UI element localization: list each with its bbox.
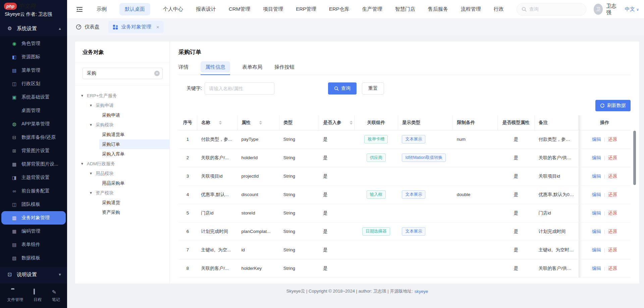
nav-item-1[interactable]: 默认桌面: [119, 3, 150, 15]
nav-item-7[interactable]: ERP仓库: [329, 6, 350, 12]
menu-collapse-icon[interactable]: [76, 6, 83, 13]
sort-icon[interactable]: [259, 121, 262, 125]
sidebar-item-background-image[interactable]: ⊞背景图片设置: [0, 144, 67, 158]
tree-node[interactable]: 用品采购单: [75, 178, 169, 188]
database-icon: ⊟: [11, 135, 17, 140]
restore-link[interactable]: 还原: [608, 174, 617, 179]
edit-link[interactable]: 编辑: [592, 229, 601, 234]
sidebar-item-form-component[interactable]: ▤表单组件: [0, 238, 67, 251]
sort-icon[interactable]: [350, 121, 353, 125]
restore-link[interactable]: 还原: [608, 266, 617, 271]
opensource-link[interactable]: skyeye: [415, 289, 428, 294]
tree-node-label: ERP+生产服务: [87, 93, 117, 99]
nav-item-4[interactable]: CRM管理: [229, 6, 250, 12]
tree-node[interactable]: ▼资产模块: [75, 188, 169, 198]
detail-tab-2[interactable]: 表单布局: [242, 64, 262, 75]
sidebar-item-front-service[interactable]: ∞前台服务配置: [0, 184, 67, 198]
sort-icon[interactable]: [219, 121, 222, 125]
tree-node[interactable]: 采购退货单: [75, 130, 169, 139]
tree-search-input[interactable]: [83, 68, 163, 79]
edit-link[interactable]: 编辑: [592, 192, 601, 197]
clear-icon[interactable]: ✕: [154, 71, 160, 76]
sidebar-item-region[interactable]: ◫行政区划: [0, 77, 67, 90]
search-button[interactable]: 查询: [328, 82, 357, 95]
sidebar-item-menu-manage[interactable]: ▤菜单管理: [0, 64, 67, 77]
tree-node[interactable]: 采购订单: [99, 139, 169, 149]
theme-background-icon: ◨: [11, 175, 17, 180]
edit-link[interactable]: 编辑: [592, 155, 601, 160]
column-header-1[interactable]: 名称: [197, 115, 237, 130]
nav-item-2[interactable]: 个人中心: [163, 6, 183, 12]
tab-business-object-management[interactable]: 业务对象管理 ×: [108, 21, 164, 33]
sidebar-footer-folder[interactable]: 文件管理: [7, 289, 23, 303]
tree-node[interactable]: ▼ADM行政服务: [75, 159, 169, 169]
tree-node[interactable]: 资产采购: [75, 207, 169, 217]
refresh-data-button[interactable]: 刷新数据: [595, 100, 631, 111]
detail-tab-0[interactable]: 详情: [178, 64, 189, 75]
column-header-4[interactable]: 是否入参: [319, 115, 354, 130]
nav-item-9[interactable]: 智慧门店: [395, 6, 415, 12]
restore-link[interactable]: 还原: [608, 210, 617, 215]
tree-node[interactable]: ▼采购申请: [75, 101, 169, 110]
tree-node[interactable]: ▼采购模块: [75, 120, 169, 130]
sidebar-footer-note[interactable]: ✎笔记: [52, 289, 60, 303]
sidebar-item-role[interactable]: ◉角色管理: [0, 37, 67, 50]
detail-tab-1[interactable]: 属性信息: [201, 64, 230, 75]
sidebar-group-monitor[interactable]: ⊡说明设置▼: [0, 267, 67, 282]
restore-link[interactable]: 还原: [608, 247, 617, 252]
detail-tab-3[interactable]: 操作按钮: [274, 64, 294, 75]
restore-link[interactable]: 还原: [608, 155, 617, 160]
sidebar-group-system-settings[interactable]: ⚙ 系统设置 ▲: [0, 21, 67, 36]
keyword-input[interactable]: [205, 82, 274, 95]
sidebar-item-resource[interactable]: ◧资源图标: [0, 50, 67, 64]
sidebar-item-app-menu[interactable]: ◍APP菜单管理: [0, 117, 67, 131]
cell-constraint: num: [453, 130, 497, 148]
tree-node[interactable]: ▼ERP+生产服务: [75, 91, 169, 101]
nav-item-12[interactable]: 行政: [494, 6, 504, 12]
user-name[interactable]: 卫志强: [606, 3, 619, 16]
nav-item-3[interactable]: 报表设计: [196, 6, 216, 12]
sidebar-item-system-base[interactable]: ▣系统基础设置: [0, 90, 67, 104]
nav-item-0[interactable]: 示例: [97, 6, 107, 12]
global-search-input[interactable]: 查询: [517, 3, 586, 16]
restore-link[interactable]: 还原: [608, 137, 617, 142]
tree-node[interactable]: 采购申请: [75, 110, 169, 120]
restore-link[interactable]: 还原: [608, 229, 617, 234]
tree-node[interactable]: 采购退货: [75, 198, 169, 207]
column-header-label: 操作: [600, 120, 609, 125]
nav-item-10[interactable]: 售后服务: [428, 6, 448, 12]
edit-link[interactable]: 编辑: [592, 266, 601, 271]
tab-dashboard[interactable]: 仪表盘: [76, 21, 100, 33]
tree-node[interactable]: 采购入库单: [75, 149, 169, 159]
nav-item-5[interactable]: 项目管理: [263, 6, 283, 12]
sidebar-item-plain[interactable]: 桌面管理: [0, 104, 67, 117]
sidebar-item-theme-background[interactable]: ◨主题背景设置: [0, 171, 67, 184]
nav-item-11[interactable]: 流程管理: [461, 6, 481, 12]
edit-link[interactable]: 编辑: [592, 137, 601, 142]
column-header-5: 关联组件: [354, 115, 398, 130]
edit-link[interactable]: 编辑: [592, 174, 601, 179]
sidebar-item-data-template[interactable]: ▧数据模板: [0, 251, 67, 265]
cell-in-param: 是: [319, 148, 354, 167]
sidebar-item-database[interactable]: ⊟数据库备份/还原: [0, 131, 67, 144]
column-header-2[interactable]: 属性: [237, 115, 279, 130]
reset-button[interactable]: 重置: [362, 82, 384, 95]
sidebar-item-business-object[interactable]: ▥业务对象管理: [1, 211, 66, 225]
sidebar-footer-calendar[interactable]: 日程: [34, 289, 42, 303]
vertical-scroll-thumb[interactable]: [633, 131, 636, 185]
cell-index: 1: [178, 130, 197, 148]
component-tag: 枚举卡槽: [364, 135, 388, 143]
tree-node[interactable]: ▼用品模块: [75, 169, 169, 178]
sidebar-item-team-template[interactable]: ◫团队模板: [0, 198, 67, 211]
edit-link[interactable]: 编辑: [592, 210, 601, 215]
language-switcher[interactable]: 中文 ∨: [625, 6, 639, 12]
avatar[interactable]: 卫: [594, 4, 603, 15]
cell-in-param: 是: [319, 241, 354, 259]
sidebar-item-lockscreen-image[interactable]: ▩锁屏背景图片设...: [0, 158, 67, 171]
close-icon[interactable]: ×: [156, 24, 159, 30]
edit-link[interactable]: 编辑: [592, 247, 601, 252]
restore-link[interactable]: 还原: [608, 192, 617, 197]
sidebar-item-code-manage[interactable]: ▦编码管理: [0, 225, 67, 238]
nav-item-8[interactable]: 生产管理: [362, 6, 382, 12]
nav-item-6[interactable]: ERP管理: [296, 6, 316, 12]
